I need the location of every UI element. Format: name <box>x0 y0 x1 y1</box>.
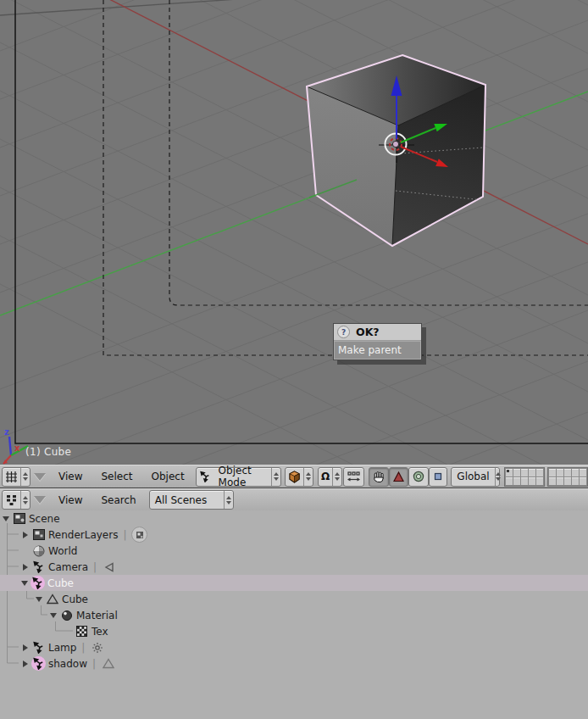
layer-1[interactable] <box>506 469 513 477</box>
outliner-row-scene[interactable]: Scene <box>0 510 588 527</box>
mode-dropdown[interactable]: Object Mode <box>196 467 281 487</box>
row-label: shadow <box>48 658 87 670</box>
separator: | <box>92 658 96 670</box>
active-layer-dot <box>507 470 509 472</box>
object-icon-selected <box>31 576 45 590</box>
mode-dropdown-spinner[interactable] <box>271 468 280 486</box>
manipulator-translate-button[interactable] <box>389 467 408 487</box>
outliner-row-cube-mesh[interactable]: Cube <box>0 591 588 607</box>
layer-9[interactable] <box>572 469 579 477</box>
layer-4[interactable] <box>529 469 535 477</box>
editor-type-button[interactable] <box>2 467 31 487</box>
expander-right-icon[interactable] <box>23 564 28 571</box>
lamp-data-icon <box>90 640 104 655</box>
row-label: Cube <box>47 577 74 589</box>
outliner-collapse-icon[interactable] <box>34 496 46 504</box>
manipulator-toggle-button[interactable] <box>369 467 389 487</box>
outliner-row-tex[interactable]: Tex <box>0 623 588 639</box>
pivot-spinner[interactable] <box>332 468 341 486</box>
outliner-editor-spinner[interactable] <box>20 491 30 509</box>
row-label: Camera <box>48 561 88 573</box>
expander-down-icon[interactable] <box>36 597 42 602</box>
menu-view[interactable]: View <box>53 471 87 482</box>
outliner-row-material[interactable]: Material <box>0 607 588 623</box>
layer-12[interactable] <box>513 477 520 485</box>
outliner-row-renderlayers[interactable]: RenderLayers | <box>0 527 588 543</box>
outliner-row-world[interactable]: World <box>0 543 588 559</box>
mode-dropdown-value: Object Mode <box>214 465 271 488</box>
popup-title: OK? <box>356 326 380 338</box>
layer-13[interactable] <box>521 477 528 485</box>
scenes-dropdown[interactable]: All Scenes <box>149 490 234 510</box>
row-label: Material <box>76 610 118 621</box>
outliner-panel[interactable]: Scene RenderLayers | World <box>0 510 588 719</box>
layer-2[interactable] <box>513 469 520 477</box>
scenes-dropdown-spinner[interactable] <box>224 491 233 509</box>
expander-down-icon[interactable] <box>50 613 57 618</box>
layer-15[interactable] <box>536 477 543 485</box>
layer-7[interactable] <box>557 469 563 477</box>
outliner-menu-search[interactable]: Search <box>96 494 141 506</box>
object-icon <box>31 560 46 574</box>
orientation-dropdown[interactable]: Global <box>451 467 500 487</box>
layer-19[interactable] <box>572 477 579 485</box>
menu-object[interactable]: Object <box>147 471 190 482</box>
layer-buttons-group-1 <box>504 467 545 487</box>
outliner-row-cube[interactable]: Cube <box>0 575 588 591</box>
align-transform-button[interactable] <box>343 467 364 487</box>
expander-right-icon[interactable] <box>23 532 28 538</box>
layer-6[interactable] <box>549 469 556 477</box>
axis-x-red-line <box>0 0 588 244</box>
outliner-menu-view[interactable]: View <box>53 494 87 506</box>
3d-viewport[interactable]: z x (1) Cube ? OK? Make parent <box>0 0 588 465</box>
outliner-row-shadow[interactable]: shadow | <box>0 655 588 672</box>
row-label: Cube <box>62 594 88 605</box>
layer-16[interactable] <box>549 477 556 485</box>
texture-icon <box>75 624 89 638</box>
layer-11[interactable] <box>506 477 513 485</box>
question-icon: ? <box>337 326 350 338</box>
menu-select[interactable]: Select <box>96 471 137 482</box>
solid-drawtype-icon <box>286 468 303 486</box>
outliner-editor-type-button[interactable] <box>2 490 31 510</box>
popup-header: ? OK? <box>334 324 421 341</box>
layer-17[interactable] <box>557 477 563 485</box>
layer-14[interactable] <box>529 477 535 485</box>
separator: | <box>123 529 126 541</box>
pivot-point-button[interactable]: Ω <box>318 467 342 487</box>
hand-icon <box>369 468 388 486</box>
layer-20[interactable] <box>580 477 586 485</box>
layer-8[interactable] <box>564 469 571 477</box>
outliner-row-camera[interactable]: Camera | <box>0 559 588 575</box>
axis-z-label: z <box>4 427 9 437</box>
row-label: Lamp <box>48 642 76 654</box>
pivot-median-icon: Ω <box>319 468 332 486</box>
3d-view-header: View Select Object Object Mode <box>0 465 588 488</box>
axis-x-label: x <box>14 443 19 453</box>
header-collapse-icon[interactable] <box>34 473 46 481</box>
make-parent-menu-item[interactable]: Make parent <box>334 341 421 360</box>
layer-18[interactable] <box>564 477 571 485</box>
rotate-circle-icon <box>409 468 428 486</box>
expander-down-icon[interactable] <box>3 516 9 521</box>
layer-5[interactable] <box>536 469 543 477</box>
draw-type-spinner[interactable] <box>303 468 313 486</box>
expander-right-icon[interactable] <box>23 660 28 667</box>
row-label: Scene <box>29 513 60 525</box>
outliner-row-lamp[interactable]: Lamp | <box>0 639 588 655</box>
expander-down-icon[interactable] <box>21 581 28 586</box>
material-icon <box>59 608 74 622</box>
orientation-spinner[interactable] <box>495 468 501 486</box>
scenes-dropdown-value: All Scenes <box>150 494 224 506</box>
manipulator-rotate-button[interactable] <box>408 467 429 487</box>
object-mode-icon <box>197 468 214 486</box>
viewport-canvas <box>0 0 588 465</box>
layer-10[interactable] <box>580 469 586 477</box>
camera-data-icon <box>102 560 116 574</box>
manipulator-scale-button[interactable] <box>429 467 447 487</box>
draw-type-button[interactable] <box>285 467 313 487</box>
expander-right-icon[interactable] <box>23 644 28 651</box>
scale-square-icon <box>430 468 447 486</box>
layer-3[interactable] <box>521 469 528 477</box>
editor-type-spinner[interactable] <box>20 468 30 486</box>
